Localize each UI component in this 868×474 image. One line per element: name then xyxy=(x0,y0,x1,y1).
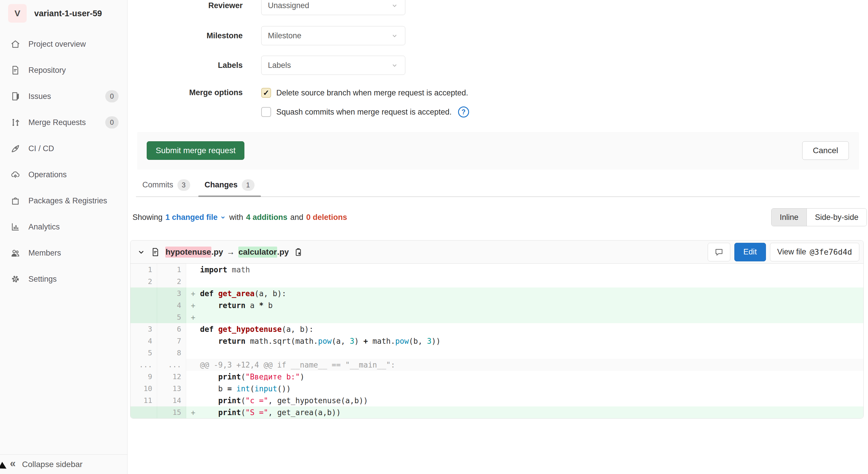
new-line-number[interactable]: 7 xyxy=(157,335,186,347)
tab-commits[interactable]: Commits3 xyxy=(136,174,196,197)
old-line-number[interactable] xyxy=(130,407,157,418)
sidebar-item-label: Analytics xyxy=(28,223,60,232)
sidebar-item-settings[interactable]: Settings xyxy=(0,266,127,292)
sidebar-item-issues[interactable]: Issues0 xyxy=(0,83,127,109)
sidebar-item-operations[interactable]: Operations xyxy=(0,161,127,188)
sidebar-item-label: Members xyxy=(28,248,61,258)
changed-files-dropdown-link[interactable]: 1 changed file xyxy=(165,213,226,222)
new-line-number[interactable]: 3 xyxy=(157,288,186,299)
old-line-number[interactable]: 1 xyxy=(130,264,157,275)
sidebar-item-project-overview[interactable]: Project overview xyxy=(0,31,127,57)
project-home-link[interactable]: V variant-1-user-59 xyxy=(8,4,123,23)
rename-arrow: → xyxy=(227,247,235,257)
old-line-number[interactable]: 11 xyxy=(130,394,157,407)
old-line-number[interactable] xyxy=(130,288,157,299)
help-icon[interactable]: ? xyxy=(458,107,469,117)
new-line-number[interactable]: 13 xyxy=(157,383,186,394)
diff-summary-row: Showing 1 changed file with 4 additions … xyxy=(132,208,867,226)
comment-icon xyxy=(714,247,724,257)
count-badge: 0 xyxy=(105,90,119,102)
sidebar-item-merge-requests[interactable]: Merge Requests0 xyxy=(0,109,127,136)
diff-context-line: 47 return math.sqrt(math.pow(a, 3) + mat… xyxy=(130,335,863,347)
collapse-diff-chevron-icon[interactable] xyxy=(137,248,146,257)
side-by-side-view-button[interactable]: Side-by-side xyxy=(807,209,867,226)
tab-changes[interactable]: Changes1 xyxy=(198,174,261,197)
code-line: + print("S =", get_area(a,b)) xyxy=(186,407,863,418)
collapse-sidebar-button[interactable]: « Collapse sidebar xyxy=(0,454,127,474)
squash-commits-checkbox[interactable] xyxy=(261,107,271,117)
and-text: and xyxy=(290,213,303,222)
form-actions-bar: Submit merge request Cancel xyxy=(137,132,859,170)
tab-count-badge: 1 xyxy=(242,179,254,191)
old-line-number[interactable]: 3 xyxy=(130,323,157,335)
diff-context-line: 1013 b = int(input()) xyxy=(130,383,863,394)
code-line: def get_hypotenuse(a, b): xyxy=(186,323,863,335)
delete-source-branch-checkbox[interactable]: ✓ xyxy=(261,88,271,98)
milestone-dropdown[interactable]: Milestone xyxy=(261,26,405,45)
code-line xyxy=(186,275,863,288)
new-line-number[interactable]: 2 xyxy=(157,275,186,288)
old-line-number[interactable]: 10 xyxy=(130,383,157,394)
project-name: variant-1-user-59 xyxy=(34,9,102,18)
new-line-number[interactable]: 14 xyxy=(157,394,186,407)
members-icon xyxy=(10,248,20,258)
reviewer-row: Reviewer Unassigned xyxy=(128,0,868,15)
view-file-button[interactable]: View file @3fe76d4d xyxy=(770,243,859,261)
collapse-sidebar-label: Collapse sidebar xyxy=(22,460,83,469)
new-line-number[interactable]: 4 xyxy=(157,299,186,311)
sidebar-item-label: Issues xyxy=(28,92,51,101)
new-line-number[interactable]: 6 xyxy=(157,323,186,335)
file-icon xyxy=(151,247,160,257)
reviewer-dropdown[interactable]: Unassigned xyxy=(261,0,405,15)
old-line-number[interactable]: 4 xyxy=(130,335,157,347)
cancel-button[interactable]: Cancel xyxy=(802,141,849,160)
diff-table: 11import math223+def get_area(a, b):4+ r… xyxy=(130,264,863,418)
sidebar-item-repository[interactable]: Repository xyxy=(0,57,127,83)
old-line-number[interactable] xyxy=(130,299,157,311)
sidebar-item-label: Settings xyxy=(28,275,57,284)
sidebar-item-packages-registries[interactable]: Packages & Registries xyxy=(0,188,127,214)
new-line-number[interactable]: 15 xyxy=(157,407,186,418)
new-line-number[interactable]: 12 xyxy=(157,371,186,383)
add-comment-button[interactable] xyxy=(708,243,730,261)
old-file-name-highlight: hypotenuse xyxy=(165,246,211,258)
labels-dropdown[interactable]: Labels xyxy=(261,56,405,75)
squash-commits-label: Squash commits when merge request is acc… xyxy=(276,108,452,117)
old-line-number[interactable]: 9 xyxy=(130,371,157,383)
labels-value: Labels xyxy=(268,61,391,70)
inline-view-button[interactable]: Inline xyxy=(771,209,807,226)
sidebar-item-label: Project overview xyxy=(28,40,86,49)
old-line-number[interactable] xyxy=(130,311,157,323)
edit-file-button[interactable]: Edit xyxy=(734,243,766,261)
milestone-value: Milestone xyxy=(268,31,391,40)
sidebar-item-members[interactable]: Members xyxy=(0,240,127,266)
labels-row: Labels Labels xyxy=(128,56,868,75)
mr-tabs: Commits3Changes1 xyxy=(136,174,860,197)
package-icon xyxy=(10,196,20,206)
old-line-number[interactable]: 5 xyxy=(130,347,157,359)
submit-merge-request-button[interactable]: Submit merge request xyxy=(147,141,244,160)
diff-context-line: 36def get_hypotenuse(a, b): xyxy=(130,323,863,335)
diff-added-line: 15+ print("S =", get_area(a,b)) xyxy=(130,407,863,418)
new-line-number: ... xyxy=(157,359,186,371)
old-line-number: ... xyxy=(130,359,157,371)
bar-chart-icon xyxy=(10,222,20,232)
code-line: @@ -9,3 +12,4 @@ if __name__ == "__main_… xyxy=(186,359,863,371)
diff-added-line: 4+ return a * b xyxy=(130,299,863,311)
old-line-number[interactable]: 2 xyxy=(130,275,157,288)
sidebar-item-label: CI / CD xyxy=(28,144,54,153)
diff-sign: + xyxy=(186,408,200,417)
rocket-icon xyxy=(10,144,20,153)
gear-icon xyxy=(10,274,20,284)
chevron-down-icon xyxy=(219,214,226,221)
sidebar-item-analytics[interactable]: Analytics xyxy=(0,214,127,240)
copy-path-icon[interactable] xyxy=(294,248,303,257)
new-line-number[interactable]: 1 xyxy=(157,264,186,275)
new-line-number[interactable]: 5 xyxy=(157,311,186,323)
file-rename-path[interactable]: hypotenuse.py → calculator.py xyxy=(165,246,289,258)
main-content: Reviewer Unassigned Milestone Milestone … xyxy=(128,0,868,474)
new-line-number[interactable]: 8 xyxy=(157,347,186,359)
sidebar-item-ci-cd[interactable]: CI / CD xyxy=(0,136,127,161)
diff-sign: + xyxy=(186,313,200,322)
new-file-name-highlight: calculator xyxy=(238,246,277,258)
